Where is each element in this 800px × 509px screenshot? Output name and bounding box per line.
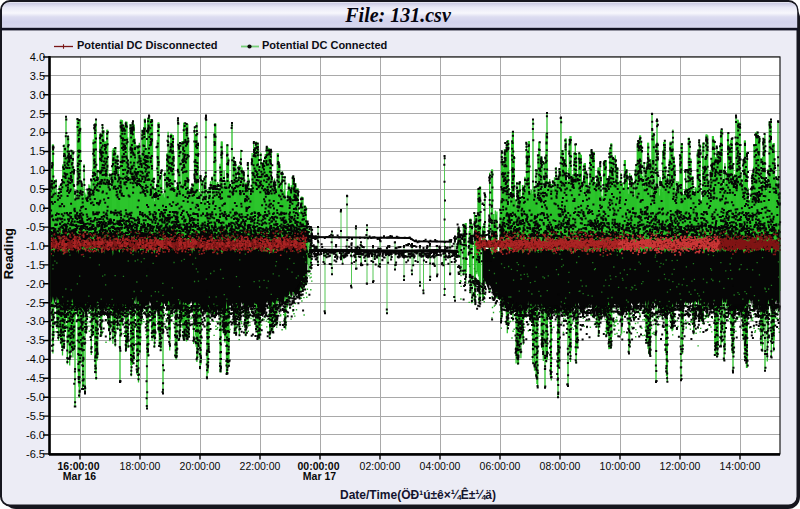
svg-text:2.5: 2.5 (30, 108, 45, 120)
svg-text:18:00:00: 18:00:00 (120, 460, 161, 472)
svg-text:1.0: 1.0 (30, 164, 45, 176)
svg-text:-4.5: -4.5 (26, 372, 45, 384)
svg-text:Date/Time(ÖÐ¹ú±ê×¼Ê±¼ä): Date/Time(ÖÐ¹ú±ê×¼Ê±¼ä) (340, 487, 496, 502)
svg-text:3.0: 3.0 (30, 89, 45, 101)
svg-text:2.0: 2.0 (30, 126, 45, 138)
svg-text:4.0: 4.0 (30, 51, 45, 63)
svg-text:-1.5: -1.5 (26, 259, 45, 271)
svg-text:3.5: 3.5 (30, 70, 45, 82)
svg-text:-2.0: -2.0 (26, 278, 45, 290)
svg-text:Reading: Reading (1, 228, 16, 279)
svg-text:File: 131.csv: File: 131.csv (344, 4, 452, 26)
svg-text:Mar 16: Mar 16 (63, 470, 96, 482)
svg-text:-6.5: -6.5 (26, 448, 45, 460)
svg-text:Potential DC Disconnected: Potential DC Disconnected (77, 39, 218, 51)
svg-text:-5.5: -5.5 (26, 410, 45, 422)
svg-text:08:00:00: 08:00:00 (540, 460, 581, 472)
svg-text:0.0: 0.0 (30, 202, 45, 214)
svg-text:14:00:00: 14:00:00 (720, 460, 761, 472)
svg-text:10:00:00: 10:00:00 (600, 460, 641, 472)
svg-text:12:00:00: 12:00:00 (660, 460, 701, 472)
svg-text:-0.5: -0.5 (26, 221, 45, 233)
svg-text:02:00:00: 02:00:00 (360, 460, 401, 472)
svg-text:Mar 17: Mar 17 (303, 470, 336, 482)
svg-text:Potential DC Connected: Potential DC Connected (262, 39, 387, 51)
svg-text:20:00:00: 20:00:00 (180, 460, 221, 472)
svg-text:-3.5: -3.5 (26, 334, 45, 346)
svg-text:-2.5: -2.5 (26, 297, 45, 309)
svg-text:22:00:00: 22:00:00 (240, 460, 281, 472)
svg-text:1.5: 1.5 (30, 145, 45, 157)
svg-text:06:00:00: 06:00:00 (480, 460, 521, 472)
svg-text:-5.0: -5.0 (26, 391, 45, 403)
svg-text:0.5: 0.5 (30, 183, 45, 195)
svg-text:-3.0: -3.0 (26, 315, 45, 327)
svg-text:-4.0: -4.0 (26, 353, 45, 365)
svg-text:-1.0: -1.0 (26, 240, 45, 252)
svg-text:-6.0: -6.0 (26, 429, 45, 441)
svg-text:04:00:00: 04:00:00 (420, 460, 461, 472)
